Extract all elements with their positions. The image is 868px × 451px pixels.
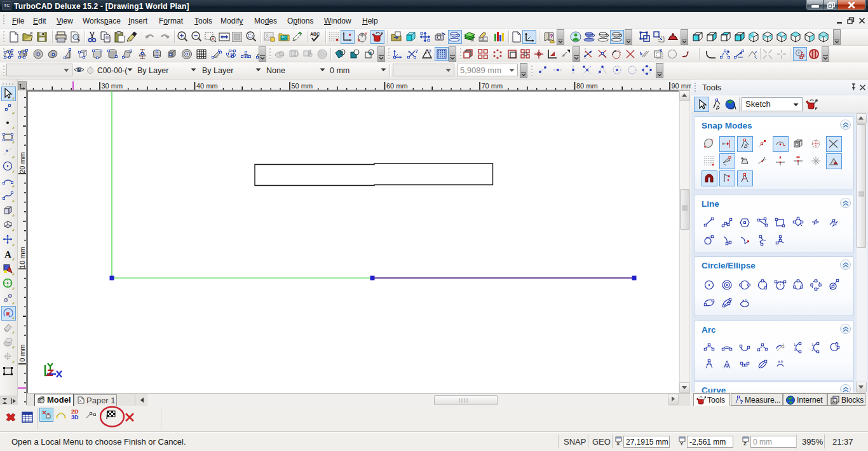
svg-text:Y: Y [365,32,367,36]
svg-text:Y: Y [680,441,684,446]
svg-text:?: ? [415,48,418,54]
svg-text:Y: Y [711,139,714,142]
svg-text:Z: Z [743,441,747,446]
svg-text:X: X [616,441,620,446]
svg-text:?: ? [428,48,431,54]
svg-text:A: A [4,249,11,260]
svg-text:a:b: a:b [742,298,748,302]
svg-text:a:b: a:b [778,359,783,363]
svg-text:?: ? [740,399,743,405]
svg-text:?: ? [550,33,553,39]
